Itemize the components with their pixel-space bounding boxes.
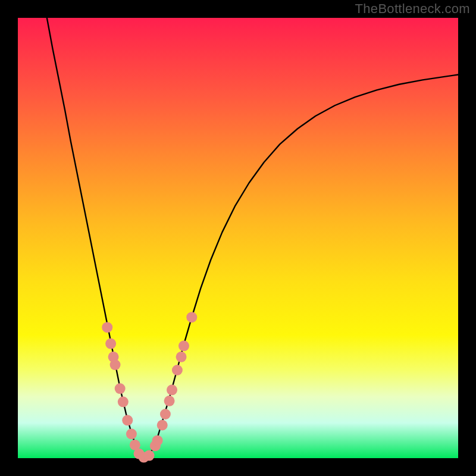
marker-dot — [122, 415, 133, 425]
marker-dot — [144, 450, 155, 461]
marker-dot — [178, 340, 189, 351]
plot-area — [18, 18, 458, 458]
attribution-label: TheBottleneck.com — [355, 1, 470, 17]
marker-dot — [167, 384, 177, 395]
marker-group — [102, 312, 197, 462]
marker-dot — [118, 396, 129, 407]
marker-dot — [102, 322, 112, 333]
chart-frame: TheBottleneck.com — [0, 0, 476, 476]
marker-dot — [172, 365, 183, 375]
marker-dot — [110, 359, 121, 370]
marker-dot — [186, 312, 197, 322]
marker-dot — [176, 352, 187, 362]
marker-dot — [157, 420, 168, 431]
marker-dot — [126, 428, 137, 439]
marker-dot — [115, 383, 126, 394]
marker-dot — [160, 409, 171, 419]
marker-dot — [105, 339, 116, 349]
marker-dot — [152, 435, 163, 446]
curve-path — [47, 18, 458, 458]
chart-svg — [18, 18, 458, 458]
marker-dot — [164, 396, 175, 406]
